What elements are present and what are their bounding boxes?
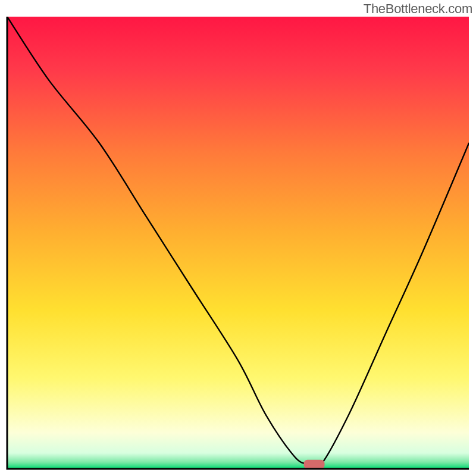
optimum-marker bbox=[304, 460, 325, 469]
plot-gradient-background bbox=[7, 17, 469, 469]
plot-area bbox=[7, 17, 469, 469]
chart-svg bbox=[0, 0, 476, 476]
